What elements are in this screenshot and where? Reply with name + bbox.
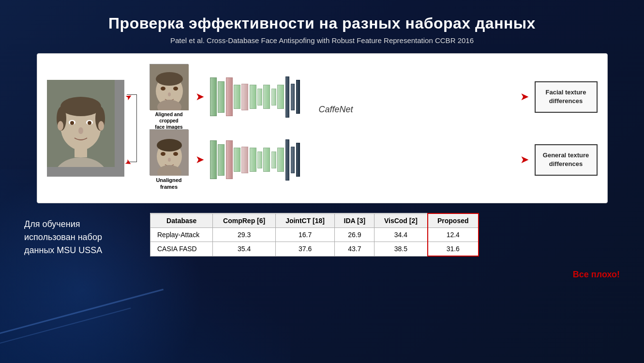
- td-r1-db: Replay-Attack: [150, 228, 213, 242]
- layer-pink-b1: [226, 140, 233, 179]
- layer-group-b3: [250, 148, 270, 172]
- layer-thin-short-1: [291, 84, 295, 110]
- training-text: Для обучения использован набор данных MS…: [24, 213, 131, 257]
- th-comprep: CompRep [6]: [213, 213, 275, 228]
- layer-group-1: [210, 77, 225, 116]
- layer-small-2: [271, 89, 276, 106]
- layer-med-b1: [234, 148, 240, 172]
- svg-point-23: [157, 139, 182, 151]
- layer-med-2: [250, 85, 256, 109]
- layer-group-6: [291, 84, 295, 110]
- path-connector: ➤ ➤: [124, 80, 149, 177]
- connector-arrow-bot-icon: ➤: [123, 157, 134, 168]
- svg-point-11: [78, 127, 83, 134]
- svg-point-9: [70, 121, 74, 125]
- layer-thin-tall-b1: [285, 139, 289, 181]
- layer-thin-short-b1: [291, 147, 295, 173]
- small-face-aligned-svg: [150, 64, 189, 110]
- table-header-row: Database CompRep [6] JointCT [18] IDA [3…: [150, 213, 479, 228]
- svg-point-13: [98, 121, 104, 131]
- svg-point-12: [58, 121, 63, 131]
- results-table-wrapper: Database CompRep [6] JointCT [18] IDA [3…: [150, 213, 620, 257]
- td-r1-proposed: 12.4: [428, 228, 479, 242]
- red-arrow-out-1: ➤: [520, 91, 529, 103]
- red-arrow-2: ➤: [195, 153, 204, 166]
- diagram-box: ➤ ➤: [37, 53, 608, 203]
- small-face-aligned: [150, 64, 188, 110]
- layer-out-tall-b1: [296, 143, 300, 177]
- svg-point-4: [60, 97, 101, 116]
- td-r1-ida: 26.9: [335, 228, 374, 242]
- layer-small-b2: [271, 151, 276, 168]
- layer-thin-tall-1: [285, 76, 289, 118]
- red-arrow-out-2: ➤: [520, 153, 529, 166]
- slide-content: Проверка эффективности на разных наборах…: [0, 0, 644, 363]
- layer-med-b2: [250, 148, 256, 172]
- layer-group-4: [271, 85, 284, 109]
- layer-med-1: [234, 85, 240, 109]
- td-r2-viscod: 38.5: [374, 242, 428, 257]
- th-jointct: JointCT [18]: [275, 213, 334, 228]
- layer-group-b5: [285, 139, 289, 181]
- face-photo: [47, 80, 124, 177]
- layer-tall-2: [218, 81, 225, 113]
- path-label-unaligned: Unaligned frames: [149, 177, 190, 191]
- layer-small-b1: [257, 151, 262, 168]
- layer-group-b4: [271, 148, 284, 172]
- th-database: Database: [150, 213, 213, 228]
- layer-tall-1: [210, 77, 217, 116]
- layer-med-4: [277, 85, 284, 109]
- layer-tall-b1: [210, 140, 217, 179]
- td-r2-db: CASIA FASD: [150, 242, 213, 257]
- paths-area: Aligned and cropped face images ➤: [149, 63, 598, 194]
- layer-group-5: [285, 76, 289, 118]
- table-row-2: CASIA FASD 35.4 37.6 43.7 38.5 31.6: [150, 242, 479, 257]
- slide-subtitle: Patel et al. Cross-Database Face Antispo…: [24, 36, 620, 45]
- th-viscod: VisCod [2]: [374, 213, 428, 228]
- layer-tall-b2: [218, 144, 225, 176]
- slide-title: Проверка эффективности на разных наборах…: [24, 15, 620, 32]
- red-arrow-1: ➤: [195, 91, 204, 103]
- layer-group-b7: [296, 143, 300, 177]
- face-image-svg: [47, 80, 115, 167]
- svg-point-18: [173, 87, 178, 91]
- th-ida: IDA [3]: [335, 213, 374, 228]
- td-r2-ida: 43.7: [335, 242, 374, 257]
- layer-med-b3: [263, 148, 270, 172]
- results-table: Database CompRep [6] JointCT [18] IDA [3…: [150, 213, 479, 257]
- layer-med-3: [263, 85, 270, 109]
- svg-point-10: [88, 121, 91, 125]
- layer-group-b6: [291, 147, 295, 173]
- layer-group-b2: [226, 140, 248, 179]
- output-box-1: Facial texture differences: [535, 81, 598, 113]
- layer-pink-med-b1: [241, 147, 248, 173]
- caffenet-label: CaffeNet: [318, 105, 353, 115]
- layer-small-1: [257, 89, 262, 106]
- td-r1-viscod: 34.4: [374, 228, 428, 242]
- net-layers-2: [210, 139, 514, 181]
- layer-med-b4: [277, 148, 284, 172]
- svg-point-19: [168, 92, 171, 96]
- th-proposed: Proposed: [428, 213, 479, 228]
- small-face-unaligned: [150, 129, 188, 175]
- layer-group-b1: [210, 140, 225, 179]
- layer-group-7: [296, 80, 300, 114]
- td-r2-jointct: 37.6: [275, 242, 334, 257]
- svg-point-26: [168, 158, 171, 162]
- layer-pink-med-1: [241, 84, 248, 110]
- connector-line-bot: [136, 123, 137, 162]
- layer-pink-1: [226, 77, 233, 116]
- td-r2-comprep: 35.4: [213, 242, 275, 257]
- path-row-2: Unaligned frames ➤: [149, 131, 598, 189]
- svg-point-25: [173, 152, 178, 156]
- connector-arrow-top-icon: ➤: [123, 91, 134, 102]
- layer-out-tall-1: [296, 80, 300, 114]
- svg-point-17: [161, 87, 165, 91]
- table-row-1: Replay-Attack 29.3 16.7 26.9 34.4 12.4: [150, 228, 479, 242]
- path-row-1: Aligned and cropped face images ➤: [149, 68, 598, 126]
- layer-group-2: [226, 77, 248, 116]
- output-box-2: General texture differences: [535, 144, 598, 176]
- bottom-section: Для обучения использован набор данных MS…: [24, 213, 620, 257]
- small-face-unaligned-svg: [150, 130, 189, 176]
- svg-point-16: [156, 72, 183, 86]
